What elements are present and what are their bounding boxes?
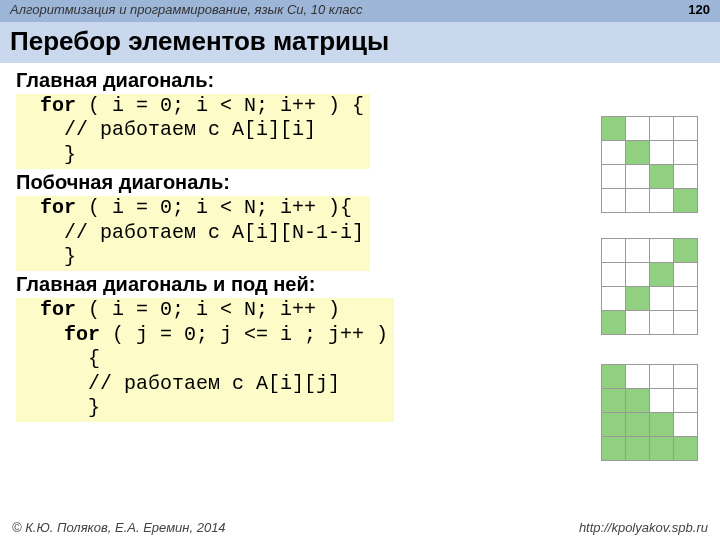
course-label: Алгоритмизация и программирование, язык … xyxy=(10,2,363,17)
slide-title: Перебор элементов матрицы xyxy=(0,22,720,63)
slide-footer: © К.Ю. Поляков, Е.А. Еремин, 2014 http:/… xyxy=(0,520,720,535)
copyright: © К.Ю. Поляков, Е.А. Еремин, 2014 xyxy=(12,520,226,535)
footer-link: http://kpolyakov.spb.ru xyxy=(579,520,708,535)
matrix-diagram xyxy=(601,116,698,213)
section-heading: Главная диагональ: xyxy=(16,69,704,92)
page-number: 120 xyxy=(688,2,710,17)
code-block: for ( i = 0; i < N; i++ ) { // работаем … xyxy=(16,94,370,169)
matrix-diagram xyxy=(601,238,698,335)
slide-header: Алгоритмизация и программирование, язык … xyxy=(0,0,720,22)
code-block: for ( i = 0; i < N; i++ ) for ( j = 0; j… xyxy=(16,298,394,422)
matrix-diagram xyxy=(601,364,698,461)
code-block: for ( i = 0; i < N; i++ ){ // работаем с… xyxy=(16,196,370,271)
